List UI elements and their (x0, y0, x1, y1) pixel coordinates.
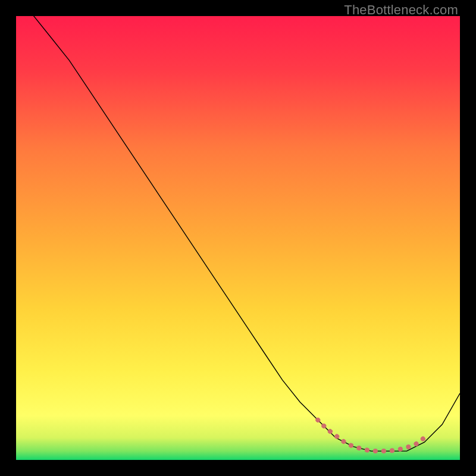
bottleneck-chart (16, 16, 460, 460)
gradient-background (16, 16, 460, 460)
watermark-text: TheBottleneck.com (344, 2, 458, 18)
chart-frame (16, 16, 460, 460)
